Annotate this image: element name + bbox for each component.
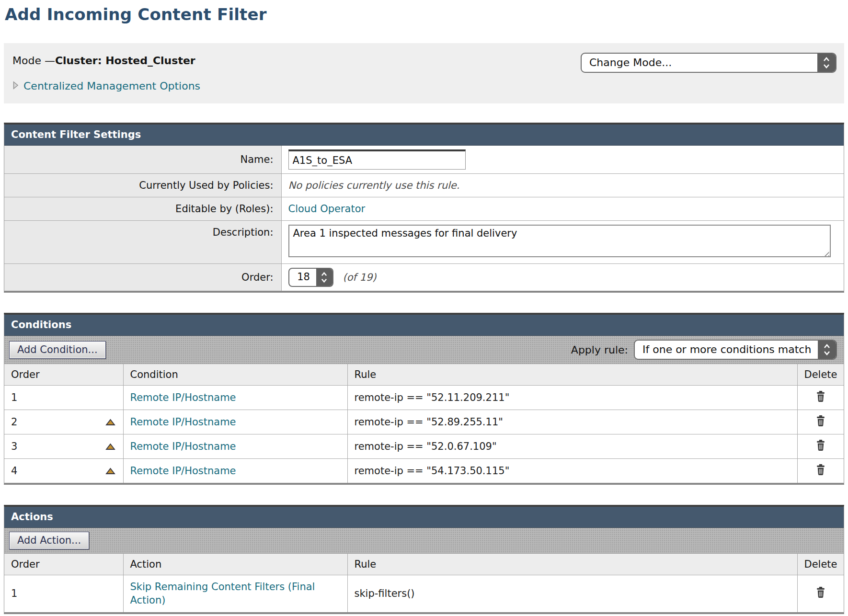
action-link[interactable]: Skip Remaining Content Filters (Final Ac… [130, 580, 332, 607]
up-arrow-icon [105, 443, 115, 450]
settings-section-header: Content Filter Settings [4, 125, 844, 146]
settings-row-order: Order: 18 (of 19) [4, 264, 844, 291]
mode-value: Cluster: Hosted_Cluster [55, 55, 195, 67]
actions-section: Actions Add Action... Order Action Rule … [4, 505, 844, 614]
column-header-condition: Condition [123, 364, 347, 386]
change-mode-select-value: Change Mode... [582, 54, 817, 72]
select-stepper-icon [316, 269, 332, 286]
condition-link[interactable]: Remote IP/Hostname [130, 441, 236, 452]
disclosure-triangle-icon[interactable] [12, 81, 19, 91]
settings-row-policies: Currently Used by Policies: No policies … [4, 174, 844, 197]
settings-row-description: Description: Area 1 inspected messages f… [4, 221, 844, 264]
change-mode-select[interactable]: Change Mode... [581, 53, 837, 73]
page: Add Incoming Content Filter Mode —Cluste… [4, 0, 844, 616]
condition-link[interactable]: Remote IP/Hostname [130, 416, 236, 428]
select-stepper-icon [818, 341, 836, 359]
centralized-management-link[interactable]: Centralized Management Options [23, 80, 200, 92]
name-label: Name: [4, 146, 281, 174]
condition-order-cell: 4 [11, 465, 17, 477]
up-arrow-icon [105, 419, 115, 426]
policies-label: Currently Used by Policies: [4, 174, 281, 197]
condition-rule: remote-ip == "52.0.67.109" [347, 434, 797, 459]
page-title: Add Incoming Content Filter [5, 5, 844, 24]
column-header-rule: Rule [347, 554, 797, 575]
spacer [4, 293, 844, 313]
delete-button[interactable] [815, 439, 826, 451]
apply-rule-group: Apply rule: If one or more conditions ma… [571, 340, 837, 360]
add-action-button[interactable]: Add Action... [9, 532, 89, 549]
description-textarea[interactable]: Area 1 inspected messages for final deli… [288, 225, 831, 257]
trash-icon [815, 464, 826, 476]
conditions-table: Order Condition Rule Delete 1 Remote IP/… [4, 364, 844, 483]
condition-row: 1 Remote IP/Hostname remote-ip == "52.11… [4, 386, 844, 410]
column-header-order: Order [4, 554, 123, 575]
actions-toolbar: Add Action... [4, 528, 844, 554]
trash-icon [815, 439, 826, 451]
order-label: Order: [4, 264, 281, 291]
roles-label: Editable by (Roles): [4, 197, 281, 221]
order-suffix: (of 19) [343, 272, 377, 283]
condition-order-cell: 1 [4, 386, 123, 410]
action-row: 1 Skip Remaining Content Filters (Final … [4, 575, 844, 612]
condition-link[interactable]: Remote IP/Hostname [130, 392, 236, 403]
condition-row: 4 Remote IP/Hostname remote-ip == "54.17… [4, 459, 844, 483]
column-header-delete: Delete [797, 364, 844, 386]
condition-order-cell: 2 [11, 416, 17, 428]
column-header-order: Order [4, 364, 123, 386]
condition-rule: remote-ip == "54.173.50.115" [347, 459, 797, 483]
settings-row-name: Name: [4, 146, 844, 174]
mode-label: Mode — [12, 55, 55, 67]
move-up-button[interactable] [105, 419, 115, 426]
spacer [4, 103, 844, 123]
delete-button[interactable] [815, 586, 826, 598]
mode-panel: Mode —Cluster: Hosted_Cluster Change Mod… [4, 43, 844, 103]
trash-icon [815, 390, 826, 402]
actions-section-header: Actions [4, 507, 844, 528]
centralized-management-row: Centralized Management Options [12, 80, 836, 92]
up-arrow-icon [105, 468, 115, 475]
conditions-section-header: Conditions [4, 315, 844, 336]
conditions-section: Conditions Add Condition... Apply rule: … [4, 313, 844, 485]
conditions-toolbar: Add Condition... Apply rule: If one or m… [4, 336, 844, 364]
content-filter-settings-section: Content Filter Settings Name: Currently … [4, 123, 844, 293]
policies-value: No policies currently use this rule. [288, 180, 460, 191]
apply-rule-select[interactable]: If one or more conditions match [634, 340, 837, 360]
column-header-delete: Delete [797, 554, 844, 575]
name-input[interactable] [288, 149, 466, 170]
condition-row: 2 Remote IP/Hostname remote-ip == "52.89… [4, 410, 844, 434]
condition-link[interactable]: Remote IP/Hostname [130, 465, 236, 477]
select-stepper-icon [817, 54, 836, 72]
order-select[interactable]: 18 [288, 268, 333, 287]
trash-icon [815, 415, 826, 427]
apply-rule-select-value: If one or more conditions match [635, 341, 818, 359]
delete-button[interactable] [815, 415, 826, 427]
apply-rule-label: Apply rule: [571, 344, 628, 356]
order-select-value: 18 [289, 269, 316, 286]
actions-header-row: Order Action Rule Delete [4, 554, 844, 575]
condition-order-cell: 3 [11, 441, 17, 452]
column-header-rule: Rule [347, 364, 797, 386]
settings-table: Name: Currently Used by Policies: No pol… [4, 146, 844, 291]
actions-table: Order Action Rule Delete 1 Skip Remainin… [4, 554, 844, 612]
delete-button[interactable] [815, 390, 826, 402]
column-header-action: Action [123, 554, 347, 575]
delete-button[interactable] [815, 464, 826, 476]
spacer [4, 485, 844, 505]
description-label: Description: [4, 221, 281, 264]
condition-rule: remote-ip == "52.11.209.211" [347, 386, 797, 410]
move-up-button[interactable] [105, 443, 115, 450]
conditions-header-row: Order Condition Rule Delete [4, 364, 844, 386]
condition-rule: remote-ip == "52.89.255.11" [347, 410, 797, 434]
move-up-button[interactable] [105, 468, 115, 475]
roles-value-link[interactable]: Cloud Operator [288, 203, 366, 215]
trash-icon [815, 586, 826, 598]
description-field-wrap: Area 1 inspected messages for final deli… [288, 225, 831, 260]
action-rule: skip-filters() [347, 575, 797, 612]
action-order-cell: 1 [4, 575, 123, 612]
condition-row: 3 Remote IP/Hostname remote-ip == "52.0.… [4, 434, 844, 459]
settings-row-roles: Editable by (Roles): Cloud Operator [4, 197, 844, 221]
add-condition-button[interactable]: Add Condition... [9, 341, 106, 359]
